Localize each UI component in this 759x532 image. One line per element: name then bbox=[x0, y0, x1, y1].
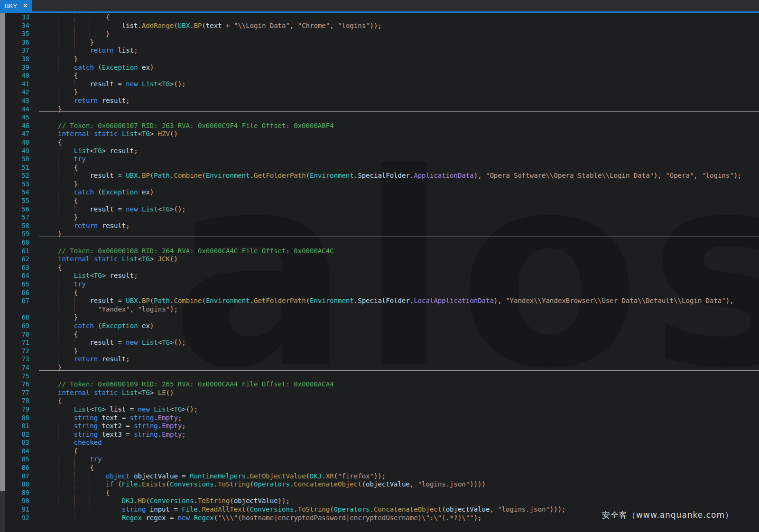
indent-guide bbox=[58, 197, 74, 205]
code-line-80: 80 string text = string.Empty; bbox=[0, 414, 759, 422]
indent-guide bbox=[58, 213, 74, 222]
code-line-83: 83 checked bbox=[0, 439, 759, 447]
line-number: 92 bbox=[0, 514, 29, 523]
code-text: } bbox=[29, 30, 110, 38]
tab-bky[interactable]: BKY ✕ bbox=[0, 0, 32, 11]
indent-guide bbox=[74, 22, 90, 30]
indent-guide bbox=[74, 472, 90, 481]
code-text: try bbox=[29, 455, 102, 464]
code-line-40: 40 { bbox=[0, 72, 759, 80]
close-icon[interactable]: ✕ bbox=[23, 2, 28, 9]
indent-guide bbox=[58, 480, 74, 489]
code-line-78: 78{ bbox=[0, 397, 759, 405]
line-number: 62 bbox=[0, 255, 29, 264]
code-line-51: 51 { bbox=[0, 164, 759, 172]
code-line-wrap: "Yandex", "logins"); bbox=[0, 305, 759, 314]
tab-bar: BKY ✕ bbox=[0, 0, 759, 11]
indent-guide bbox=[74, 172, 90, 180]
code-line-56: 56 result = new List<TG>(); bbox=[0, 205, 759, 214]
code-editor[interactable]: alos 33 {34 list.AddRange(UBX.BP(text + … bbox=[0, 13, 759, 532]
code-line-41: 41 result = new List<TG>(); bbox=[0, 80, 759, 89]
line-number: 45 bbox=[0, 113, 29, 122]
code-line-49: 49 List<TG> result; bbox=[0, 147, 759, 156]
code-text: { bbox=[29, 164, 78, 172]
credit-watermark: 安全客（www.anquanke.com） bbox=[602, 510, 733, 521]
indent-guide bbox=[58, 172, 74, 180]
indent-guide bbox=[74, 505, 90, 514]
line-number: 46 bbox=[0, 122, 29, 130]
code-text: { bbox=[29, 289, 78, 297]
indent-guide bbox=[58, 313, 74, 322]
code-line-81: 81 string text2 = string.Empty; bbox=[0, 422, 759, 431]
code-text: // Token: 0x06000107 RID: 263 RVA: 0x000… bbox=[29, 122, 334, 130]
indent-guide bbox=[74, 455, 90, 464]
line-number: 73 bbox=[0, 355, 29, 364]
code-text: string text2 = string.Empty; bbox=[29, 422, 186, 431]
indent-guide bbox=[74, 13, 90, 22]
code-line-65: 65 try bbox=[0, 280, 759, 289]
code-text: { bbox=[29, 330, 78, 339]
indent-guide bbox=[58, 297, 74, 305]
code-text: { bbox=[29, 13, 110, 22]
code-text: result = UBX.BP(Path.Combine(Environment… bbox=[29, 172, 741, 180]
indent-guide bbox=[58, 205, 74, 214]
indent-guide bbox=[58, 22, 74, 30]
code-text: Regex regex = new Regex("\\\"(hostname|e… bbox=[29, 514, 481, 523]
line-number: 54 bbox=[0, 188, 29, 197]
code-line-52: 52 result = UBX.BP(Path.Combine(Environm… bbox=[0, 172, 759, 180]
line-number: 66 bbox=[0, 289, 29, 297]
line-number: 34 bbox=[0, 22, 29, 30]
indent-guide bbox=[58, 414, 74, 422]
line-number bbox=[0, 305, 29, 314]
code-line-79: 79 List<TG> list = new List<TG>(); bbox=[0, 405, 759, 414]
indent-guide bbox=[74, 205, 90, 214]
indent-guide bbox=[58, 188, 74, 197]
line-number: 36 bbox=[0, 38, 29, 47]
code-line-76: 76// Token: 0x06000109 RID: 265 RVA: 0x0… bbox=[0, 380, 759, 389]
code-line-71: 71 result = new List<TG>(); bbox=[0, 339, 759, 347]
code-line-77: 77internal static List<TG> LE() bbox=[0, 389, 759, 397]
line-number: 64 bbox=[0, 272, 29, 280]
line-number: 70 bbox=[0, 330, 29, 339]
code-text: if (File.Exists(Conversions.ToString(Ope… bbox=[29, 480, 486, 489]
code-line-59: 59} bbox=[0, 230, 759, 238]
code-text: } bbox=[29, 88, 78, 97]
indent-guide bbox=[58, 155, 74, 164]
code-line-43: 43 return result; bbox=[0, 97, 759, 105]
line-number: 81 bbox=[0, 422, 29, 431]
code-text: } bbox=[29, 364, 62, 372]
code-text: { bbox=[29, 264, 62, 272]
line-number: 44 bbox=[0, 105, 29, 114]
indent-guide bbox=[58, 447, 74, 456]
code-text: internal static List<TG> JCK() bbox=[29, 255, 178, 264]
code-text: // Token: 0x06000109 RID: 265 RVA: 0x000… bbox=[29, 380, 334, 389]
line-number: 84 bbox=[0, 447, 29, 456]
indent-guide bbox=[74, 480, 90, 489]
code-text: list.AddRange(UBX.BP(text + "\\Login Dat… bbox=[29, 22, 382, 30]
code-text: result = UBX.BP(Path.Combine(Environment… bbox=[29, 297, 734, 305]
indent-guide bbox=[106, 514, 122, 523]
line-number: 63 bbox=[0, 264, 29, 272]
code-line-57: 57 } bbox=[0, 213, 759, 222]
decompiler-window: { "tab": {"label": "BKY", "close_glyph":… bbox=[0, 0, 759, 532]
line-number: 38 bbox=[0, 55, 29, 64]
line-number: 33 bbox=[0, 13, 29, 22]
code-line-55: 55 { bbox=[0, 197, 759, 205]
code-text: object objectValue = RuntimeHelpers.GetO… bbox=[29, 472, 386, 481]
code-line-50: 50 try bbox=[0, 155, 759, 164]
indent-guide bbox=[90, 505, 106, 514]
line-number: 55 bbox=[0, 197, 29, 205]
code-text: internal static List<TG> LE() bbox=[29, 389, 174, 397]
indent-guide bbox=[58, 88, 74, 97]
indent-guide bbox=[58, 64, 74, 72]
code-line-63: 63{ bbox=[0, 264, 759, 272]
line-number: 87 bbox=[0, 472, 29, 481]
line-number: 69 bbox=[0, 322, 29, 330]
code-line-39: 39 catch (Exception ex) bbox=[0, 64, 759, 72]
code-text: } bbox=[29, 347, 78, 356]
line-number: 51 bbox=[0, 164, 29, 172]
code-line-67: 67 result = UBX.BP(Path.Combine(Environm… bbox=[0, 297, 759, 305]
code-text: { bbox=[29, 197, 78, 205]
line-number: 58 bbox=[0, 222, 29, 230]
indent-guide bbox=[74, 489, 90, 497]
